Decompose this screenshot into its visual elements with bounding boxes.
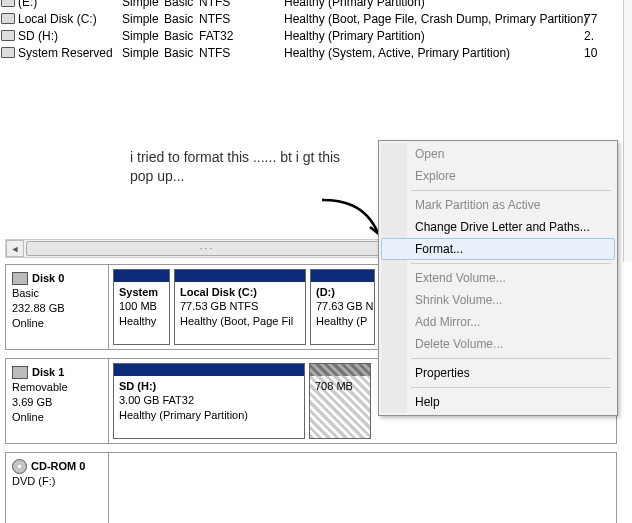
vol-type: Basic (164, 12, 199, 26)
disk-header[interactable]: Disk 0 Basic 232.88 GB Online (6, 265, 109, 349)
part-size: 3.00 GB FAT32 (119, 393, 299, 407)
menu-item-add-mirror[interactable]: Add Mirror... (381, 311, 615, 333)
annotation-line: pop up... (130, 167, 340, 186)
vol-status: Healthy (Primary Partition) (284, 29, 584, 43)
partition-unallocated[interactable]: 708 MB (309, 363, 371, 439)
vol-name: Local Disk (C:) (16, 12, 122, 26)
menu-separator (411, 190, 611, 191)
vol-fs: FAT32 (199, 29, 284, 43)
vol-cap: 77 (584, 12, 604, 26)
disk-size: 232.88 GB (12, 301, 102, 316)
disk-title: CD-ROM 0 (31, 459, 85, 474)
partition[interactable]: SD (H:) 3.00 GB FAT32 Healthy (Primary P… (113, 363, 305, 439)
disk-status: Online (12, 410, 102, 425)
disk-size: 3.69 GB (12, 395, 102, 410)
menu-item-open[interactable]: Open (381, 143, 615, 165)
scroll-left-button[interactable]: ◄ (6, 240, 24, 257)
table-row[interactable]: (E:) Simple Basic NTFS Healthy (Primary … (0, 0, 632, 10)
disk-type: Basic (12, 286, 102, 301)
disk-header[interactable]: CD-ROM 0 DVD (F:) (6, 453, 109, 523)
part-name: Local Disk (C:) (180, 285, 300, 299)
disk-title: Disk 0 (32, 271, 64, 286)
disk-status: Online (12, 316, 102, 331)
part-name: System (119, 285, 164, 299)
user-annotation: i tried to format this ...... bt i gt th… (130, 148, 340, 186)
menu-item-format[interactable]: Format... (381, 238, 615, 260)
part-status: Healthy (119, 314, 164, 328)
disk-row: CD-ROM 0 DVD (F:) (5, 452, 617, 523)
menu-item-properties[interactable]: Properties (381, 362, 615, 384)
disk-icon (12, 366, 28, 379)
part-size: 100 MB (119, 299, 164, 313)
vol-type: Basic (164, 46, 199, 60)
volume-icon (1, 30, 15, 41)
part-status: Healthy (P (316, 314, 369, 328)
partition[interactable]: Local Disk (C:) 77.53 GB NTFS Healthy (B… (174, 269, 306, 345)
vol-name: (E:) (16, 0, 122, 9)
menu-item-mark-active[interactable]: Mark Partition as Active (381, 194, 615, 216)
disk-header[interactable]: Disk 1 Removable 3.69 GB Online (6, 359, 109, 443)
part-size: 77.63 GB N (316, 299, 369, 313)
vol-name: SD (H:) (16, 29, 122, 43)
volume-icon (1, 47, 15, 58)
menu-item-explore[interactable]: Explore (381, 165, 615, 187)
volumes-list: (E:) Simple Basic NTFS Healthy (Primary … (0, 0, 632, 61)
part-name: (D:) (316, 285, 369, 299)
table-row[interactable]: System Reserved Simple Basic NTFS Health… (0, 44, 632, 61)
volume-icon (1, 0, 15, 7)
vol-layout: Simple (122, 29, 164, 43)
disk-title: Disk 1 (32, 365, 64, 380)
part-size: 708 MB (315, 379, 365, 393)
vol-type: Basic (164, 29, 199, 43)
context-menu: Open Explore Mark Partition as Active Ch… (378, 140, 618, 416)
vol-status: Healthy (System, Active, Primary Partiti… (284, 46, 584, 60)
cdrom-icon (12, 459, 27, 474)
partition[interactable]: System 100 MB Healthy (113, 269, 170, 345)
menu-item-extend[interactable]: Extend Volume... (381, 267, 615, 289)
menu-item-change-letter[interactable]: Change Drive Letter and Paths... (381, 216, 615, 238)
volume-icon (1, 13, 15, 24)
vol-fs: NTFS (199, 0, 284, 9)
vol-status: Healthy (Boot, Page File, Crash Dump, Pr… (284, 12, 584, 26)
disk-type: Removable (12, 380, 102, 395)
menu-separator (411, 263, 611, 264)
vol-type: Basic (164, 0, 199, 9)
part-name: SD (H:) (119, 379, 299, 393)
part-status: Healthy (Primary Partition) (119, 408, 299, 422)
annotation-line: i tried to format this ...... bt i gt th… (130, 148, 340, 167)
table-row[interactable]: SD (H:) Simple Basic FAT32 Healthy (Prim… (0, 27, 632, 44)
vol-name: System Reserved (16, 46, 122, 60)
table-row[interactable]: Local Disk (C:) Simple Basic NTFS Health… (0, 10, 632, 27)
scrollbar-thumb[interactable]: ··· (26, 241, 388, 256)
vol-status: Healthy (Primary Partition) (284, 0, 584, 9)
disk-icon (12, 272, 28, 285)
menu-separator (411, 387, 611, 388)
menu-item-delete[interactable]: Delete Volume... (381, 333, 615, 355)
vol-layout: Simple (122, 0, 164, 9)
vol-fs: NTFS (199, 12, 284, 26)
vol-cap: 10 (584, 46, 604, 60)
menu-item-shrink[interactable]: Shrink Volume... (381, 289, 615, 311)
menu-item-help[interactable]: Help (381, 391, 615, 413)
disk-type: DVD (F:) (12, 474, 102, 489)
menu-separator (411, 358, 611, 359)
vol-layout: Simple (122, 12, 164, 26)
vol-fs: NTFS (199, 46, 284, 60)
partition[interactable]: (D:) 77.63 GB N Healthy (P (310, 269, 375, 345)
part-size: 77.53 GB NTFS (180, 299, 300, 313)
part-status: Healthy (Boot, Page Fil (180, 314, 300, 328)
vol-layout: Simple (122, 46, 164, 60)
vol-cap: 2. (584, 29, 604, 43)
